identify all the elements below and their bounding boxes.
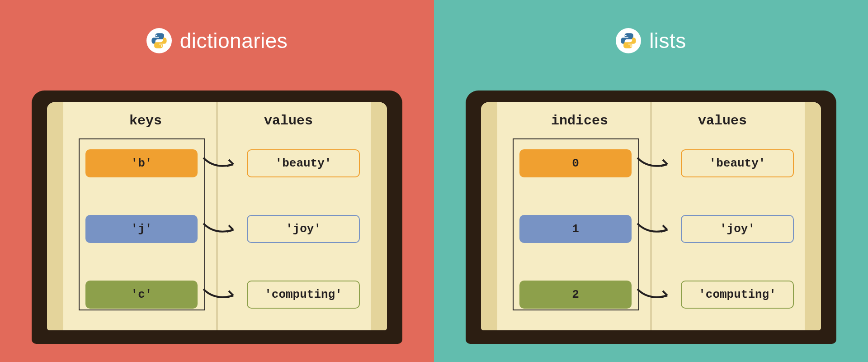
panel-dictionaries: dictionaries keys values 'b' xyxy=(0,0,434,362)
python-logo-icon xyxy=(616,28,641,53)
diagram-root: dictionaries keys values 'b' xyxy=(0,0,868,362)
mapping-row: 'c' 'computing' xyxy=(79,277,360,312)
value-chip: 'beauty' xyxy=(247,149,360,177)
panel-title: dictionaries xyxy=(180,29,288,53)
arrow-icon xyxy=(198,286,247,304)
index-chip: 0 xyxy=(519,149,632,177)
title-row: lists xyxy=(616,28,686,53)
mapping-row: 'j' 'joy' xyxy=(79,211,360,247)
panel-lists: lists indices values 0 xyxy=(434,0,868,362)
mapping-row: 2 'computing' xyxy=(513,277,794,312)
book-illustration: indices values 0 'beauty' 1 xyxy=(466,90,836,344)
book-pages: indices values 0 'beauty' 1 xyxy=(481,102,821,330)
column-header-indices: indices xyxy=(508,113,651,136)
key-chip: 'b' xyxy=(85,149,198,177)
mapping-row: 0 'beauty' xyxy=(513,146,794,181)
arrow-icon xyxy=(198,154,247,172)
arrow-icon xyxy=(198,220,247,238)
column-header-keys: keys xyxy=(74,113,217,136)
title-row: dictionaries xyxy=(146,28,288,53)
column-header-values: values xyxy=(651,113,794,136)
book-pages: keys values 'b' 'beauty' 'j' xyxy=(47,102,387,330)
mapping-rows: 'b' 'beauty' 'j' 'joy' 'c' xyxy=(79,146,360,312)
key-chip: 'j' xyxy=(85,215,198,243)
python-logo-icon xyxy=(146,28,172,53)
arrow-icon xyxy=(632,154,681,172)
mapping-row: 'b' 'beauty' xyxy=(79,146,360,181)
key-chip: 'c' xyxy=(85,281,198,309)
book-illustration: keys values 'b' 'beauty' 'j' xyxy=(32,90,402,344)
mapping-row: 1 'joy' xyxy=(513,211,794,247)
value-chip: 'joy' xyxy=(681,215,794,243)
index-chip: 2 xyxy=(519,281,632,309)
column-header-values: values xyxy=(217,113,360,136)
arrow-icon xyxy=(632,286,681,304)
mapping-rows: 0 'beauty' 1 'joy' 2 xyxy=(513,146,794,312)
value-chip: 'computing' xyxy=(247,281,360,309)
value-chip: 'beauty' xyxy=(681,149,794,177)
panel-title: lists xyxy=(649,29,686,53)
value-chip: 'computing' xyxy=(681,281,794,309)
index-chip: 1 xyxy=(519,215,632,243)
arrow-icon xyxy=(632,220,681,238)
value-chip: 'joy' xyxy=(247,215,360,243)
